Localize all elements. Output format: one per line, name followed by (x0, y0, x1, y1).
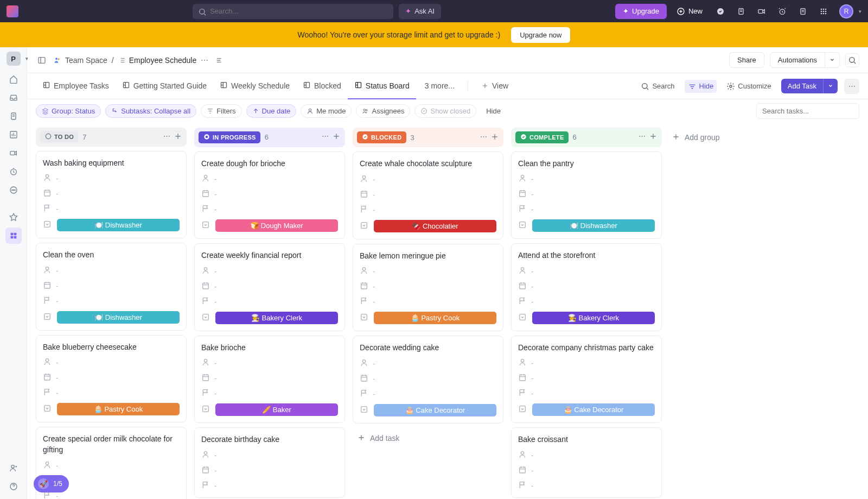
assignee-row[interactable]: - (43, 173, 180, 184)
priority-row[interactable]: - (518, 296, 655, 307)
task-card[interactable]: Create whale chocolate sculpture---🍫 Cho… (353, 151, 503, 239)
priority-row[interactable]: - (518, 204, 655, 214)
task-card[interactable]: Bake croissant--- (511, 427, 662, 498)
due-date-chip[interactable]: Due date (246, 104, 297, 118)
view-search-button[interactable]: Search (637, 80, 678, 93)
onboarding-progress[interactable]: 🚀 1/5 (34, 475, 69, 492)
more-menu-icon[interactable]: ⋯ (844, 79, 859, 94)
assignee-row[interactable]: - (201, 174, 338, 184)
role-tag[interactable]: 🥖 Baker (215, 403, 338, 416)
priority-row[interactable]: - (518, 481, 655, 491)
assignee-row[interactable]: - (201, 266, 338, 276)
dropdown-icon[interactable] (360, 221, 368, 231)
upgrade-button[interactable]: ✦ Upgrade (615, 4, 667, 19)
role-tag[interactable]: 🍽️ Dishwasher (532, 219, 655, 232)
task-card[interactable]: Decorate birthday cake--- (194, 427, 345, 498)
user-avatar[interactable]: R (839, 4, 853, 18)
task-card[interactable]: Attend at the storefront---🧑‍🍳 Bakery Cl… (511, 243, 662, 331)
invite-icon[interactable] (5, 460, 22, 476)
apps-icon[interactable] (819, 7, 828, 16)
video-icon[interactable] (757, 7, 767, 16)
task-card[interactable]: Create weekly financial report---🧑‍🍳 Bak… (194, 243, 345, 331)
clipboard-icon[interactable] (736, 7, 746, 16)
dropdown-icon[interactable] (201, 220, 210, 231)
customize-button[interactable]: Customize (723, 80, 774, 93)
priority-row[interactable]: - (43, 204, 180, 214)
logo-icon[interactable] (7, 5, 18, 17)
task-card[interactable]: Create dough for brioche---🍞 Dough Maker (194, 151, 345, 239)
more-icon[interactable]: ⋯ (322, 132, 329, 142)
hide-filters-button[interactable]: Hide (481, 105, 506, 117)
views-more[interactable]: 3 more... (418, 73, 461, 99)
view-tab-weekly-schedule[interactable]: Weekly Schedule (213, 73, 296, 99)
more-icon[interactable]: ⋯ (201, 56, 208, 65)
hide-button[interactable]: Hide (685, 80, 717, 93)
more-icon[interactable]: ⋯ (480, 132, 487, 143)
priority-row[interactable]: - (201, 296, 338, 307)
task-card[interactable]: Wash baking equipment---🍽️ Dishwasher (36, 151, 187, 239)
dropdown-icon[interactable] (43, 404, 52, 414)
assignee-row[interactable]: - (360, 358, 496, 369)
breadcrumb-space[interactable]: Team Space (53, 56, 107, 65)
column-header[interactable]: IN PROGRESS6⋯ (194, 128, 345, 147)
task-card[interactable]: Clean the pantry---🍽️ Dishwasher (511, 151, 662, 239)
priority-row[interactable]: - (201, 204, 338, 214)
inbox-icon[interactable] (5, 90, 22, 106)
role-tag[interactable]: 🍽️ Dishwasher (57, 311, 180, 324)
due-date-row[interactable]: - (43, 281, 180, 291)
dropdown-icon[interactable] (201, 313, 210, 323)
sidebar-toggle-icon[interactable] (36, 54, 48, 66)
new-button[interactable]: New (671, 4, 708, 19)
add-card-icon[interactable] (174, 132, 182, 142)
role-tag[interactable]: 🍞 Dough Maker (215, 219, 338, 232)
priority-row[interactable]: - (43, 296, 180, 306)
global-search[interactable] (193, 4, 393, 19)
dropdown-icon[interactable] (360, 405, 368, 415)
priority-row[interactable]: - (43, 388, 180, 398)
dropdown-icon[interactable] (518, 405, 527, 415)
assignee-row[interactable]: - (518, 266, 655, 276)
column-header[interactable]: BLOCKED3⋯ (353, 128, 503, 147)
due-date-row[interactable]: - (201, 189, 338, 199)
role-tag[interactable]: 🧑‍🍳 Bakery Clerk (532, 312, 655, 324)
add-group-button[interactable]: Add group (669, 128, 722, 147)
breadcrumb-list[interactable]: Employee Schedule (118, 56, 197, 65)
role-tag[interactable]: 🍫 Chocolatier (374, 220, 496, 232)
view-tab-getting-started-guide[interactable]: Getting Started Guide (116, 73, 213, 99)
assignee-row[interactable]: - (518, 174, 655, 184)
docs-icon[interactable] (5, 108, 22, 124)
column-header[interactable]: TO DO7⋯ (36, 128, 187, 147)
dropdown-icon[interactable] (43, 312, 52, 323)
task-card[interactable]: Bake brioche---🥖 Baker (194, 336, 345, 424)
priority-row[interactable]: - (360, 389, 496, 399)
due-date-row[interactable]: - (201, 281, 338, 292)
more-icon[interactable]: ⋯ (639, 132, 646, 142)
check-circle-icon[interactable] (716, 7, 725, 16)
search-input[interactable] (193, 4, 393, 19)
task-card[interactable]: Decorate wedding cake---🎂 Cake Decorator (353, 336, 503, 424)
assignee-row[interactable]: - (360, 266, 496, 276)
priority-row[interactable]: - (518, 388, 655, 399)
task-card[interactable]: Bake blueberry cheesecake---🧁 Pastry Coo… (36, 335, 187, 423)
automations-caret[interactable] (825, 52, 840, 68)
me-mode-chip[interactable]: Me mode (301, 104, 352, 118)
assignee-row[interactable]: - (360, 174, 496, 185)
task-card[interactable]: Bake lemon meringue pie---🧁 Pastry Cook (353, 244, 503, 332)
due-date-row[interactable]: - (360, 281, 496, 292)
priority-row[interactable]: - (360, 205, 496, 215)
due-date-row[interactable]: - (201, 373, 338, 383)
assignee-row[interactable]: - (201, 358, 338, 368)
spaces-icon[interactable] (5, 228, 22, 244)
upgrade-now-button[interactable]: Upgrade now (511, 27, 570, 43)
dropdown-icon[interactable] (518, 313, 527, 323)
clips-icon[interactable] (5, 145, 22, 161)
add-task-caret[interactable] (823, 79, 838, 93)
assignee-row[interactable]: - (518, 358, 655, 368)
due-date-row[interactable]: - (201, 465, 338, 476)
add-card-icon[interactable] (332, 132, 341, 142)
due-date-row[interactable]: - (518, 465, 655, 476)
role-tag[interactable]: 🧁 Pastry Cook (57, 403, 180, 415)
due-date-row[interactable]: - (518, 281, 655, 292)
more-icon[interactable] (5, 182, 22, 198)
priority-row[interactable]: - (201, 481, 338, 491)
